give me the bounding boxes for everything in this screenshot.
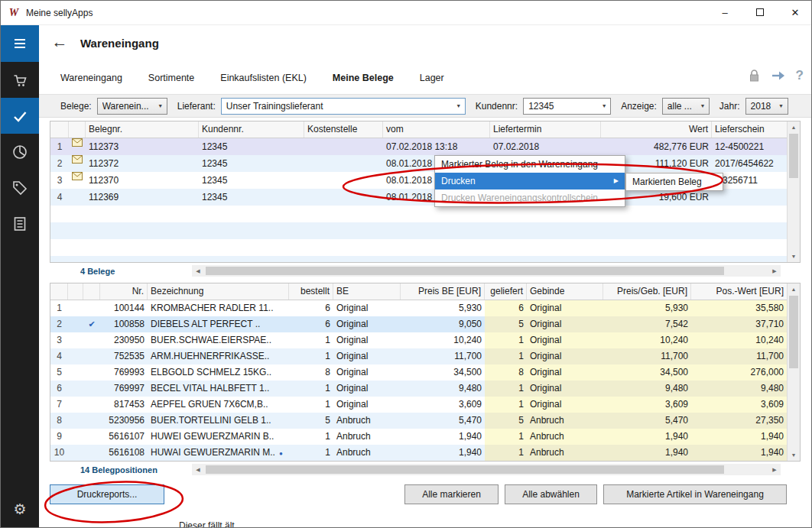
lock-icon[interactable] [748, 69, 761, 83]
table-row[interactable]: 11123731234507.02.2018 13:1807.02.201848… [50, 138, 800, 155]
column-header[interactable]: Pos.-Wert [EUR] [691, 283, 787, 300]
table-row[interactable]: 1100144KROMBACHER RADLER 11..6Original5,… [50, 300, 800, 316]
belege-vertical-scrollbar[interactable]: ▲ ▼ [787, 121, 800, 262]
scroll-left-icon[interactable]: ◀ [192, 268, 204, 274]
sidebar: ⚙ [1, 25, 39, 528]
sidebar-item-statistik[interactable] [1, 134, 39, 170]
column-header[interactable]: Nr. [100, 283, 148, 300]
help-icon[interactable]: ? [796, 68, 804, 83]
scroll-left-icon[interactable]: ◀ [192, 467, 204, 473]
minimize-button[interactable]: – [707, 1, 742, 24]
main-content: ← Wareneingang WareneingangSortimenteEin… [39, 25, 812, 528]
empty-row [50, 256, 800, 262]
column-header[interactable] [50, 283, 68, 300]
table-row[interactable]: 4752535ARM.HUEHNERFRIKASSE..1Original11,… [50, 348, 800, 364]
column-header[interactable]: bestellt [289, 283, 333, 300]
table-row[interactable]: 2✔100858DIEBELS ALT PERFECT ..6Original9… [50, 316, 800, 332]
table-row[interactable]: 85230956BUER.TORTELLINI GELB 1..5Anbruch… [50, 413, 800, 429]
scrollbar-thumb[interactable] [206, 267, 724, 275]
table-row[interactable]: 6769997BECEL VITAL HALBFETT 1..1Original… [50, 381, 800, 397]
menu-item-markierter-beleg-in-den-wareneingang[interactable]: Markierter Beleg in den Wareneingang [435, 156, 625, 173]
scrollbar-thumb[interactable] [206, 465, 724, 474]
table-row[interactable]: 41123691234508.01.201819,600 EUR [50, 189, 800, 206]
scroll-down-icon[interactable]: ▼ [788, 251, 800, 262]
tab-sortimente[interactable]: Sortimente [148, 73, 194, 83]
page-title: Wareneingang [80, 37, 159, 50]
anzeige-dropdown-value: alle ... [667, 101, 697, 112]
belege-horizontal-scrollbar[interactable]: ◀ ▶ [192, 265, 781, 277]
sidebar-item-preise[interactable] [1, 170, 39, 206]
menu-item-drucken[interactable]: Drucken▶ [435, 173, 625, 189]
column-header[interactable] [50, 121, 69, 138]
lieferant-dropdown[interactable]: Unser Trainingslieferant ▼ [221, 98, 466, 115]
positions-horizontal-scrollbar[interactable]: ◀ ▶ [192, 464, 781, 475]
scrollbar-thumb[interactable] [789, 134, 798, 178]
tab-wareneingang[interactable]: Wareneingang [60, 73, 122, 83]
select-all-button[interactable]: Alle markieren [404, 484, 499, 504]
gear-icon[interactable]: ⚙ [1, 494, 39, 524]
lieferant-dropdown-value: Unser Trainingslieferant [226, 101, 453, 112]
back-button[interactable]: ← [50, 33, 70, 51]
scroll-right-icon[interactable]: ▶ [768, 268, 781, 274]
table-row[interactable]: 95616107HUWEI GEWUERZMARIN B..1Anbruch1,… [50, 429, 800, 445]
druckreports-button[interactable]: Druckreports... [50, 484, 164, 504]
empty-row [50, 206, 800, 222]
titlebar: W Meine sellyApps – ✕ [1, 1, 812, 25]
chevron-down-icon: ▼ [697, 103, 709, 109]
column-header[interactable]: Gebinde [527, 283, 603, 300]
column-header[interactable]: Kostenstelle [304, 121, 383, 138]
column-header[interactable]: Preis BE [EUR] [401, 283, 485, 300]
column-header[interactable]: Wert [601, 121, 712, 138]
sidebar-item-cart[interactable] [1, 62, 39, 98]
to-wareneingang-button[interactable]: Markierte Artikel in Wareneingang [603, 484, 787, 504]
tab-lager[interactable]: Lager [420, 73, 444, 83]
table-row[interactable]: 5769993ELBGOLD SCHMELZ 15KG..8Original34… [50, 364, 800, 381]
empty-row [50, 239, 800, 256]
tab-einkaufslisten-ekl[interactable]: Einkaufslisten (EKL) [220, 73, 307, 83]
belege-dropdown[interactable]: Warenein... ▼ [97, 98, 167, 115]
submenu-arrow-icon: ▶ [614, 173, 619, 189]
scroll-up-icon[interactable]: ▲ [788, 283, 800, 295]
column-header[interactable]: vom [383, 121, 490, 138]
column-header[interactable]: geliefert [485, 283, 527, 300]
column-header[interactable]: Preis/Geb. [EUR] [603, 283, 691, 300]
forward-arrow-icon[interactable] [771, 70, 786, 82]
column-header[interactable]: BE [333, 283, 401, 300]
positions-count: 14 Belegpositionen [80, 465, 158, 475]
sidebar-item-belege[interactable] [1, 98, 39, 134]
scroll-up-icon[interactable]: ▲ [788, 121, 800, 133]
column-header[interactable] [83, 283, 100, 300]
column-header[interactable] [68, 283, 83, 300]
maximize-button[interactable] [742, 1, 778, 24]
check-icon [11, 108, 28, 125]
menu-icon[interactable] [1, 25, 39, 62]
table-row[interactable]: 21123721234508.01.2018111,120 EUR2017/64… [50, 155, 800, 172]
sidebar-item-listen[interactable] [1, 206, 39, 241]
column-header[interactable]: Liefertermin [490, 121, 601, 138]
positions-table-body: 1100144KROMBACHER RADLER 11..6Original5,… [50, 300, 800, 461]
scroll-right-icon[interactable]: ▶ [768, 467, 781, 473]
menu-item-drucken-wareneingangskontrollschein[interactable]: Drucken Wareneingangskontrollschein [435, 189, 625, 206]
anzeige-dropdown[interactable]: alle ... ▼ [662, 98, 710, 115]
kundennr-dropdown[interactable]: 12345 ▼ [523, 98, 611, 115]
table-row[interactable]: 7817453AEPFEL GRUEN 7X6CM,B..1Original3,… [50, 397, 800, 413]
mail-icon [69, 138, 86, 155]
submenu-item-markierten-beleg[interactable]: Markierten Beleg [626, 173, 723, 190]
deselect-all-button[interactable]: Alle abwählen [505, 484, 597, 504]
jahr-dropdown[interactable]: 2018 ▼ [745, 98, 788, 115]
tab-meine-belege[interactable]: Meine Belege [333, 73, 394, 83]
column-header[interactable] [69, 121, 86, 138]
table-row[interactable]: 3230950BUER.SCHWAE.EIERSPAE..1Original10… [50, 332, 800, 348]
column-header[interactable]: Kundennr. [199, 121, 304, 138]
tab-bar: WareneingangSortimenteEinkaufslisten (EK… [60, 68, 444, 88]
column-header[interactable]: Belegnr. [86, 121, 199, 138]
scroll-down-icon[interactable]: ▼ [788, 449, 800, 461]
column-header[interactable]: Bezeichnung [148, 283, 289, 300]
checked-icon: ✔ [83, 316, 100, 332]
column-header[interactable]: Lieferschein [712, 121, 787, 138]
positions-vertical-scrollbar[interactable]: ▲ ▼ [787, 283, 800, 461]
close-button[interactable]: ✕ [778, 1, 812, 24]
scrollbar-thumb[interactable] [789, 296, 798, 368]
chevron-down-icon: ▼ [598, 103, 610, 109]
table-row[interactable]: 105616108HUWAI GEWUERZMARIN M..●1Anbruch… [50, 445, 800, 461]
